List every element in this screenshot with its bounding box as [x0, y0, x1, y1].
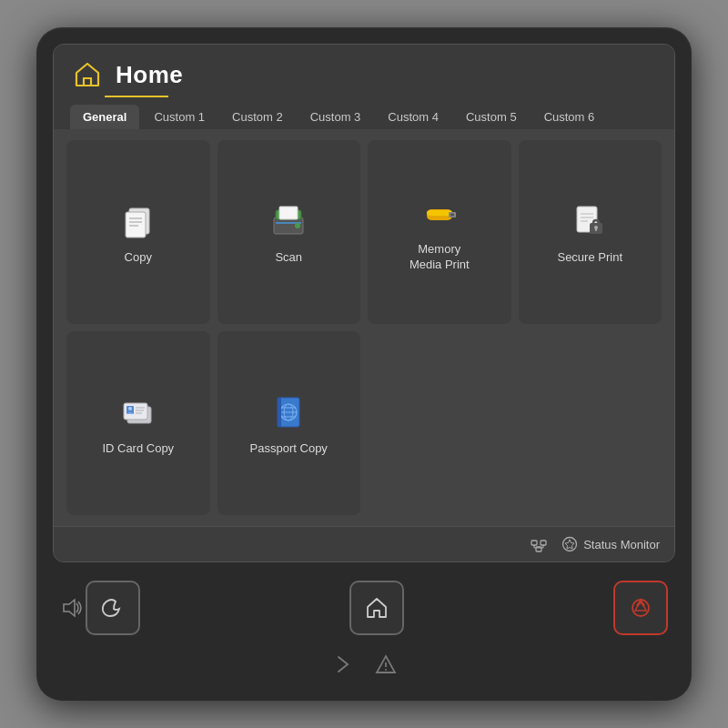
tab-custom2[interactable]: Custom 2	[219, 105, 296, 129]
svg-rect-21	[595, 228, 597, 231]
svg-rect-37	[541, 541, 546, 545]
tab-custom1[interactable]: Custom 1	[141, 105, 217, 129]
secure-print-label: Secure Print	[557, 250, 622, 266]
network-status-icon	[529, 534, 549, 554]
grid-row-2: ID Card Copy	[66, 331, 662, 515]
copy-button[interactable]: Copy	[66, 140, 210, 324]
home-header-icon	[70, 57, 105, 92]
svg-rect-2	[126, 212, 146, 238]
volume-icon	[60, 595, 86, 621]
svg-rect-12	[427, 210, 452, 216]
warning-indicator	[375, 653, 397, 679]
app-grid: Copy	[54, 129, 674, 526]
controls-row	[53, 571, 675, 644]
memory-media-print-label: Memory Media Print	[410, 242, 470, 273]
passport-copy-icon	[267, 390, 310, 434]
arrow-indicator	[331, 653, 353, 679]
svg-rect-0	[84, 78, 91, 86]
tab-custom6[interactable]: Custom 6	[531, 105, 608, 129]
tabs-row: General Custom 1 Custom 2 Custom 3 Custo…	[54, 97, 674, 129]
secure-print-button[interactable]: Secure Print	[519, 140, 662, 324]
passport-copy-button[interactable]: Passport Copy	[217, 331, 361, 515]
svg-marker-44	[64, 600, 75, 616]
power-button[interactable]	[613, 581, 668, 635]
status-monitor-button[interactable]: Status Monitor	[561, 536, 660, 552]
svg-point-49	[385, 669, 387, 671]
memory-media-print-button[interactable]: Memory Media Print	[368, 140, 511, 324]
status-monitor-label: Status Monitor	[583, 538, 660, 551]
id-card-copy-button[interactable]: ID Card Copy	[66, 331, 210, 515]
status-bar: Status Monitor	[54, 526, 674, 561]
home-physical-button[interactable]	[349, 581, 404, 635]
tab-custom4[interactable]: Custom 4	[375, 105, 451, 129]
screen-header: Home	[54, 45, 674, 92]
svg-point-10	[295, 223, 300, 228]
bottom-indicators	[53, 653, 675, 684]
svg-rect-8	[279, 207, 298, 219]
grid-cell-empty-2	[519, 331, 662, 515]
svg-point-25	[128, 407, 132, 410]
grid-cell-empty-1	[368, 331, 511, 515]
svg-rect-35	[278, 398, 281, 427]
tab-custom3[interactable]: Custom 3	[298, 105, 374, 129]
sleep-button[interactable]	[86, 581, 140, 635]
scan-icon	[267, 199, 310, 243]
status-monitor-icon	[561, 536, 578, 552]
grid-row-1: Copy	[66, 140, 662, 324]
id-card-copy-icon	[116, 390, 160, 434]
tab-custom5[interactable]: Custom 5	[453, 105, 530, 129]
id-card-copy-label: ID Card Copy	[102, 441, 174, 457]
copy-icon	[116, 199, 160, 243]
scan-label: Scan	[275, 250, 302, 266]
scan-button[interactable]: Scan	[217, 140, 361, 324]
screen: Home General Custom 1 Custom 2 Custom 3 …	[53, 44, 675, 562]
device-frame: Home General Custom 1 Custom 2 Custom 3 …	[36, 27, 692, 701]
page-title: Home	[116, 61, 183, 89]
tab-general[interactable]: General	[70, 105, 139, 129]
passport-copy-label: Passport Copy	[250, 441, 328, 457]
secure-print-icon	[568, 199, 612, 243]
memory-media-print-icon	[418, 191, 461, 235]
copy-label: Copy	[125, 250, 152, 266]
svg-rect-14	[450, 214, 454, 217]
svg-rect-36	[531, 541, 537, 545]
